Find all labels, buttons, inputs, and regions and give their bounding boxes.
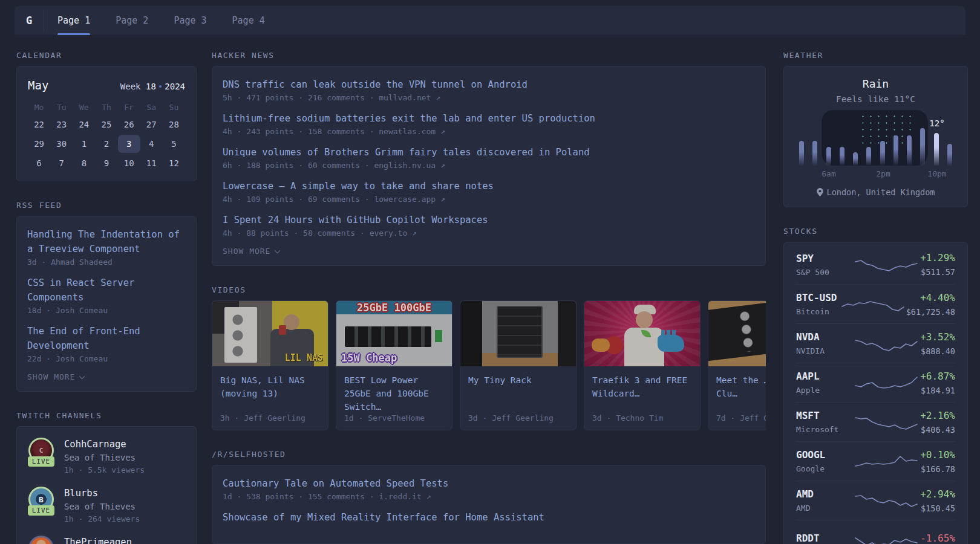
calendar-day: 22 bbox=[28, 115, 50, 134]
hn-item[interactable]: Unique volumes of Brothers Grimm fairy t… bbox=[223, 145, 755, 170]
calendar-day: 30 bbox=[50, 135, 73, 153]
hn-item[interactable]: DNS traffic can leak outside the VPN tun… bbox=[223, 77, 755, 102]
twitch-channel-row[interactable]: ThePrimeagen bbox=[27, 536, 186, 544]
video-meta: 3d · Jeff Geerling bbox=[468, 413, 568, 423]
calendar-weekday: Fr bbox=[118, 103, 140, 112]
tab-page-3[interactable]: Page 3 bbox=[174, 6, 206, 35]
hn-show-more-button[interactable]: SHOW MORE bbox=[223, 247, 755, 256]
video-card[interactable]: FAST Meet the … Linux Clu… 7d · Jeff Gee… bbox=[708, 300, 766, 430]
stock-symbol[interactable]: AAPL bbox=[796, 371, 852, 382]
stock-symbol[interactable]: BTC-USD bbox=[796, 292, 840, 303]
hn-item[interactable]: Lithium-free sodium batteries exit the l… bbox=[223, 111, 755, 136]
app-logo[interactable]: G bbox=[15, 6, 44, 35]
stock-row[interactable]: AMDAMD +2.94%$150.45 bbox=[796, 481, 955, 520]
weather-bar bbox=[920, 128, 925, 166]
reddit-item-meta: 1d · 538 points · 155 comments · i.redd.… bbox=[223, 492, 755, 501]
stock-row[interactable]: BTC-USDBitcoin +4.40%$61,725.48 bbox=[796, 284, 955, 323]
tab-page-2[interactable]: Page 2 bbox=[116, 6, 148, 35]
stock-sparkline bbox=[853, 530, 920, 544]
rss-item[interactable]: Handling The Indentation of a Treeview C… bbox=[27, 227, 186, 267]
stock-row[interactable]: GOOGLGoogle +0.10%$166.78 bbox=[796, 441, 955, 481]
twitch-channel-game: Sea of Thieves bbox=[64, 453, 145, 462]
video-thumbnail[interactable]: FAST bbox=[708, 301, 766, 366]
rss-widget: RSS FEED Handling The Indentation of a T… bbox=[16, 201, 197, 392]
video-meta: 3h · Jeff Geerling bbox=[220, 413, 320, 423]
hn-item-title[interactable]: DNS traffic can leak outside the VPN tun… bbox=[223, 77, 755, 92]
right-column: WEATHER Rain Feels like 11°C 12° 6am 2pm… bbox=[783, 51, 968, 544]
thumbnail-text: 25GbE 100GbE bbox=[336, 302, 452, 314]
selfhosted-widget: /R/SELFHOSTED Cautionary Tale on Automat… bbox=[212, 450, 766, 544]
thumbnail-text: 15W Cheap bbox=[341, 352, 397, 364]
video-card[interactable]: 25GbE 100GbE 15W Cheap BEST Low Power 25… bbox=[336, 300, 452, 430]
stock-symbol[interactable]: SPY bbox=[796, 253, 852, 264]
video-title[interactable]: BEST Low Power 25GbE and 100GbE Switch… bbox=[344, 374, 444, 413]
twitch-channel-name[interactable]: Blurbs bbox=[64, 488, 140, 499]
calendar-day: 9 bbox=[95, 154, 117, 172]
stock-sparkline bbox=[853, 255, 920, 274]
stock-symbol[interactable]: AMD bbox=[796, 488, 852, 500]
hn-item-title[interactable]: Unique volumes of Brothers Grimm fairy t… bbox=[223, 145, 755, 160]
calendar-day: 10 bbox=[118, 154, 140, 172]
calendar-week-number: 18 bbox=[146, 82, 156, 91]
reddit-item[interactable]: Showcase of my Mixed Reality Interface f… bbox=[223, 510, 755, 525]
video-title[interactable]: Meet the … Linux Clu… bbox=[716, 374, 766, 400]
stock-price: $511.57 bbox=[920, 267, 955, 277]
chevron-down-icon bbox=[79, 373, 85, 379]
stock-row[interactable]: RDDT -1.65% bbox=[796, 520, 955, 544]
stock-row[interactable]: SPYS&P 500 +1.29%$511.57 bbox=[796, 245, 955, 284]
stock-price: $184.91 bbox=[920, 386, 955, 395]
stock-sparkline bbox=[853, 452, 920, 471]
video-thumbnail[interactable] bbox=[460, 301, 576, 366]
hn-item-title[interactable]: Lowercase – A simple way to take and sha… bbox=[223, 179, 755, 193]
video-thumbnail[interactable] bbox=[584, 301, 700, 366]
video-thumbnail[interactable]: 25GbE 100GbE 15W Cheap bbox=[336, 301, 452, 366]
stock-change: +6.87% bbox=[920, 371, 955, 382]
rss-item-title[interactable]: The End of Front-End Development bbox=[27, 324, 186, 353]
stock-symbol[interactable]: GOOGL bbox=[796, 449, 852, 461]
stock-symbol[interactable]: NVDA bbox=[796, 331, 852, 343]
video-card[interactable]: Traefik 3 and FREE Wildcard… 3d · Techno… bbox=[584, 300, 701, 430]
hn-item[interactable]: I Spent 24 Hours with GitHub Copilot Wor… bbox=[223, 213, 755, 238]
stock-sparkline bbox=[853, 373, 920, 392]
twitch-channel-row[interactable]: C LIVE CohhCarnage Sea of Thieves 1h · 5… bbox=[27, 438, 186, 474]
calendar-weekday: Th bbox=[95, 103, 117, 112]
stock-name: Google bbox=[796, 464, 852, 473]
video-title[interactable]: Traefik 3 and FREE Wildcard… bbox=[592, 374, 692, 400]
rss-show-more-button[interactable]: SHOW MORE bbox=[27, 372, 186, 381]
reddit-item-title[interactable]: Showcase of my Mixed Reality Interface f… bbox=[223, 510, 755, 525]
twitch-widget: TWITCH CHANNELS C LIVE CohhCarnage Sea o… bbox=[16, 411, 197, 544]
hn-item[interactable]: Lowercase – A simple way to take and sha… bbox=[223, 179, 755, 204]
hn-item-title[interactable]: Lithium-free sodium batteries exit the l… bbox=[223, 111, 755, 126]
weather-temp-label: 12° bbox=[929, 118, 944, 128]
rss-item-title[interactable]: CSS in React Server Components bbox=[27, 276, 186, 305]
video-title[interactable]: My Tiny Rack bbox=[468, 374, 568, 387]
hn-item-meta: 4h · 88 points · 58 comments · every.to … bbox=[223, 228, 755, 238]
stock-symbol[interactable]: RDDT bbox=[796, 533, 852, 544]
twitch-channel-name[interactable]: CohhCarnage bbox=[64, 439, 145, 450]
rss-item-title[interactable]: Handling The Indentation of a Treeview C… bbox=[27, 227, 186, 256]
rss-item[interactable]: CSS in React Server Components 18d · Jos… bbox=[27, 276, 186, 315]
stock-symbol[interactable]: MSFT bbox=[796, 410, 852, 421]
rss-item[interactable]: The End of Front-End Development 22d · J… bbox=[27, 324, 186, 363]
video-card[interactable]: My Tiny Rack 3d · Jeff Geerling bbox=[460, 300, 577, 430]
calendar-month: May bbox=[28, 79, 48, 92]
weather-bar-current bbox=[934, 133, 939, 166]
twitch-channel-row[interactable]: B LIVE Blurbs Sea of Thieves 1h · 264 vi… bbox=[27, 487, 186, 523]
chevron-down-icon bbox=[275, 247, 281, 253]
twitch-channel-name[interactable]: ThePrimeagen bbox=[64, 537, 132, 544]
stock-row[interactable]: NVDANVIDIA +3.52%$888.40 bbox=[796, 323, 955, 363]
stock-row[interactable]: AAPLApple +6.87%$184.91 bbox=[796, 363, 955, 402]
reddit-item-title[interactable]: Cautionary Tale on Automated Speed Tests bbox=[223, 476, 755, 491]
tab-page-4[interactable]: Page 4 bbox=[232, 6, 265, 35]
stock-name: Apple bbox=[796, 386, 852, 395]
videos-header: VIDEOS bbox=[212, 285, 766, 294]
stock-sparkline bbox=[853, 491, 920, 510]
reddit-item[interactable]: Cautionary Tale on Automated Speed Tests… bbox=[223, 476, 755, 501]
stock-row[interactable]: MSFTMicrosoft +2.16%$406.43 bbox=[796, 402, 955, 441]
video-card[interactable]: LIL NAS Big NAS, Lil NAS (moving 13) 3h … bbox=[212, 300, 328, 430]
video-title[interactable]: Big NAS, Lil NAS (moving 13) bbox=[220, 374, 320, 400]
hn-item-title[interactable]: I Spent 24 Hours with GitHub Copilot Wor… bbox=[223, 213, 755, 227]
live-badge: LIVE bbox=[28, 456, 55, 467]
video-thumbnail[interactable]: LIL NAS bbox=[212, 301, 328, 366]
tab-page-1[interactable]: Page 1 bbox=[57, 6, 90, 35]
